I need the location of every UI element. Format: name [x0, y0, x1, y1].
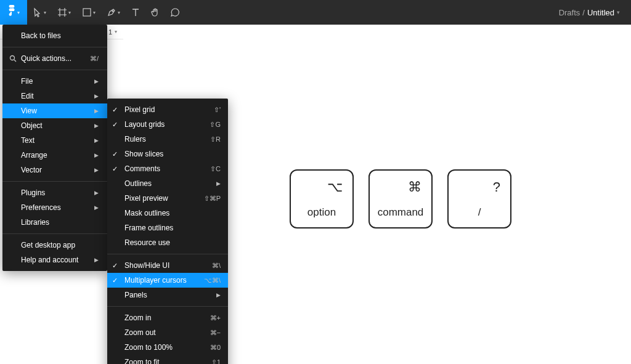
key-option: ⌥ option — [290, 169, 354, 229]
menu-get-desktop[interactable]: Get desktop app — [2, 238, 107, 253]
svg-point-0 — [12, 9, 14, 11]
chevron-right-icon: ▶ — [94, 190, 99, 196]
submenu-comments[interactable]: ✓Comments⇧C — [107, 161, 228, 176]
svg-rect-1 — [83, 9, 91, 16]
chevron-down-icon: ▾ — [17, 10, 20, 15]
chevron-right-icon: ▶ — [94, 257, 99, 263]
chevron-down-icon: ▾ — [44, 10, 46, 15]
top-toolbar: ▾ ▾ ▾ ▾ ▾ Drafts / Untitled ▾ — [0, 0, 631, 25]
keyboard-keys-group: ⌥ option ⌘ command ? / — [290, 169, 511, 229]
menu-libraries[interactable]: Libraries — [2, 215, 107, 230]
text-tool[interactable] — [126, 0, 145, 25]
menu-help[interactable]: Help and account▶ — [2, 253, 107, 267]
check-icon: ✓ — [112, 150, 121, 158]
submenu-outlines[interactable]: Outlines▶ — [107, 176, 228, 191]
check-icon: ✓ — [112, 277, 121, 285]
submenu-rulers[interactable]: Rulers⇧R — [107, 132, 228, 147]
option-label: option — [307, 206, 336, 219]
chevron-right-icon: ▶ — [94, 78, 99, 84]
search-icon — [9, 55, 17, 62]
toolbar-right: Drafts / Untitled ▾ — [559, 8, 631, 17]
menu-quick-actions[interactable]: Quick actions... ⌘/ — [2, 51, 107, 66]
menu-separator — [2, 70, 107, 70]
question-symbol: ? — [493, 179, 500, 195]
main-menu-dropdown: Back to files Quick actions... ⌘/ File▶ … — [2, 25, 107, 271]
key-slash: ? / — [447, 169, 511, 229]
view-submenu: ✓Pixel grid⇧' ✓Layout grids⇧G Rulers⇧R ✓… — [107, 99, 228, 364]
breadcrumb-separator: / — [582, 8, 585, 17]
check-icon: ✓ — [112, 106, 121, 114]
submenu-show-hide-ui[interactable]: ✓Show/Hide UI⌘\ — [107, 258, 228, 273]
command-symbol: ⌘ — [408, 179, 421, 195]
chevron-down-icon[interactable]: ▾ — [617, 9, 620, 15]
slash-label: / — [478, 206, 481, 219]
menu-separator — [107, 306, 228, 307]
submenu-show-slices[interactable]: ✓Show slices — [107, 147, 228, 161]
chevron-down-icon: ▾ — [93, 10, 96, 15]
menu-preferences[interactable]: Preferences▶ — [2, 200, 107, 215]
figma-menu-button[interactable]: ▾ — [0, 0, 27, 25]
hand-tool[interactable] — [145, 0, 165, 25]
submenu-zoom-100[interactable]: Zoom to 100%⌘0 — [107, 340, 228, 355]
menu-arrange[interactable]: Arrange▶ — [2, 148, 107, 163]
option-symbol: ⌥ — [327, 179, 343, 195]
chevron-right-icon: ▶ — [94, 93, 99, 99]
submenu-panels[interactable]: Panels▶ — [107, 288, 228, 302]
menu-vector[interactable]: Vector▶ — [2, 163, 107, 177]
submenu-resource-use[interactable]: Resource use — [107, 235, 228, 250]
check-icon: ✓ — [112, 165, 121, 173]
chevron-right-icon: ▶ — [216, 292, 221, 298]
submenu-zoom-fit[interactable]: Zoom to fit⇧1 — [107, 355, 228, 364]
chevron-right-icon: ▶ — [94, 204, 99, 211]
menu-plugins[interactable]: Plugins▶ — [2, 185, 107, 200]
submenu-pixel-preview[interactable]: Pixel preview⇧⌘P — [107, 191, 228, 206]
submenu-layout-grids[interactable]: ✓Layout grids⇧G — [107, 117, 228, 132]
menu-file[interactable]: File▶ — [2, 74, 107, 89]
chevron-down-icon: ▾ — [118, 10, 120, 15]
move-tool[interactable]: ▾ — [27, 0, 52, 25]
svg-point-2 — [112, 10, 113, 12]
chevron-right-icon: ▶ — [94, 167, 99, 173]
submenu-mask-outlines[interactable]: Mask outlines — [107, 206, 228, 220]
chevron-right-icon: ▶ — [94, 108, 99, 114]
chevron-right-icon: ▶ — [94, 123, 99, 129]
chevron-down-icon: ▾ — [115, 29, 117, 34]
breadcrumb-folder[interactable]: Drafts — [559, 8, 580, 17]
menu-separator — [2, 233, 107, 234]
menu-text[interactable]: Text▶ — [2, 133, 107, 148]
menu-separator — [2, 181, 107, 182]
check-icon: ✓ — [112, 121, 121, 129]
comment-tool[interactable] — [165, 0, 185, 25]
shape-tool[interactable]: ▾ — [76, 0, 101, 25]
menu-view[interactable]: View▶ — [2, 103, 107, 118]
chevron-right-icon: ▶ — [94, 152, 99, 158]
submenu-zoom-in[interactable]: Zoom in⌘+ — [107, 310, 228, 325]
pen-tool[interactable]: ▾ — [101, 0, 126, 25]
chevron-right-icon: ▶ — [216, 180, 221, 187]
toolbar-left: ▾ ▾ ▾ ▾ ▾ — [0, 0, 185, 25]
frame-tool[interactable]: ▾ — [52, 0, 76, 25]
figma-logo-icon — [7, 5, 16, 20]
key-command: ⌘ command — [368, 169, 433, 229]
menu-edit[interactable]: Edit▶ — [2, 89, 107, 103]
menu-object[interactable]: Object▶ — [2, 118, 107, 133]
panel-tab-indicator: 1 — [108, 28, 112, 36]
chevron-right-icon: ▶ — [94, 137, 99, 144]
menu-separator — [107, 254, 228, 254]
submenu-zoom-out[interactable]: Zoom out⌘− — [107, 325, 228, 340]
menu-separator — [2, 47, 107, 47]
menu-back-to-files[interactable]: Back to files — [2, 28, 107, 43]
submenu-pixel-grid[interactable]: ✓Pixel grid⇧' — [107, 102, 228, 117]
submenu-frame-outlines[interactable]: Frame outlines — [107, 220, 228, 235]
check-icon: ✓ — [112, 262, 121, 270]
command-label: command — [378, 206, 424, 219]
chevron-down-icon: ▾ — [68, 10, 71, 15]
document-title[interactable]: Untitled — [587, 8, 614, 17]
submenu-multiplayer-cursors[interactable]: ✓Multiplayer cursors⌥⌘\ — [107, 273, 228, 288]
svg-point-3 — [10, 56, 15, 60]
